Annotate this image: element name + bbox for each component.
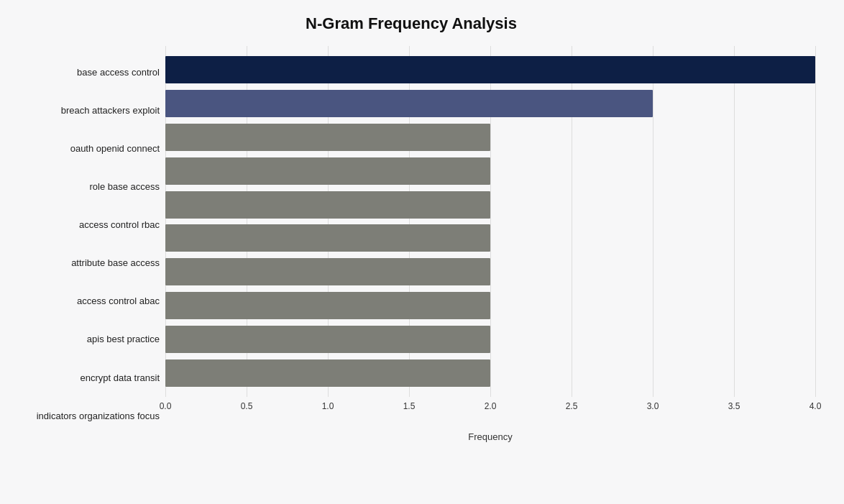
bar bbox=[165, 157, 490, 185]
bars-section: 0.00.51.01.52.02.53.03.54.0 Frequency bbox=[165, 46, 815, 442]
bar bbox=[165, 359, 490, 387]
x-tick: 2.5 bbox=[566, 401, 578, 411]
y-label: encrypt data transit bbox=[7, 372, 160, 384]
y-label: attribute base access bbox=[7, 257, 160, 269]
bar bbox=[165, 191, 490, 219]
bar-row bbox=[165, 188, 815, 221]
chart-area: base access controlbreach attackers expl… bbox=[7, 46, 815, 442]
bar bbox=[165, 326, 490, 353]
y-labels: base access controlbreach attackers expl… bbox=[7, 46, 165, 442]
chart-title: N-Gram Frequency Analysis bbox=[7, 14, 815, 33]
bar-row bbox=[165, 121, 815, 154]
y-label: base access control bbox=[7, 67, 160, 78]
bar bbox=[165, 124, 490, 151]
bar-row bbox=[165, 323, 815, 356]
bar-row bbox=[165, 87, 815, 120]
x-tick: 0.5 bbox=[241, 401, 253, 411]
x-tick: 4.0 bbox=[809, 401, 822, 411]
x-tick: 2.0 bbox=[485, 401, 497, 411]
y-label: indicators organizations focus bbox=[7, 411, 160, 422]
bar-row bbox=[165, 357, 815, 390]
gridline bbox=[815, 46, 816, 397]
bar-row bbox=[165, 255, 815, 288]
chart-container: N-Gram Frequency Analysis base access co… bbox=[0, 0, 844, 504]
bar bbox=[165, 292, 490, 319]
bar bbox=[165, 258, 490, 285]
bar-row bbox=[165, 53, 815, 86]
bar-row bbox=[165, 155, 815, 188]
y-label: access control abac bbox=[7, 295, 160, 307]
x-tick: 3.5 bbox=[728, 401, 740, 411]
grid-and-bars bbox=[165, 46, 815, 397]
bars-wrapper bbox=[165, 46, 815, 397]
x-tick: 1.5 bbox=[403, 401, 416, 411]
x-tick: 3.0 bbox=[647, 401, 659, 411]
bar bbox=[165, 56, 815, 83]
y-label: apis best practice bbox=[7, 334, 160, 345]
y-label: access control rbac bbox=[7, 219, 160, 231]
y-label: oauth openid connect bbox=[7, 143, 160, 155]
x-tick: 0.0 bbox=[160, 401, 172, 411]
bar bbox=[165, 90, 653, 117]
x-axis-label: Frequency bbox=[165, 431, 815, 442]
x-axis: 0.00.51.01.52.02.53.03.54.0 bbox=[165, 401, 815, 416]
y-label: breach attackers exploit bbox=[7, 105, 160, 116]
bar-row bbox=[165, 289, 815, 322]
bar-row bbox=[165, 221, 815, 255]
y-label: role base access bbox=[7, 181, 160, 193]
bar bbox=[165, 224, 490, 252]
x-tick: 1.0 bbox=[322, 401, 334, 411]
